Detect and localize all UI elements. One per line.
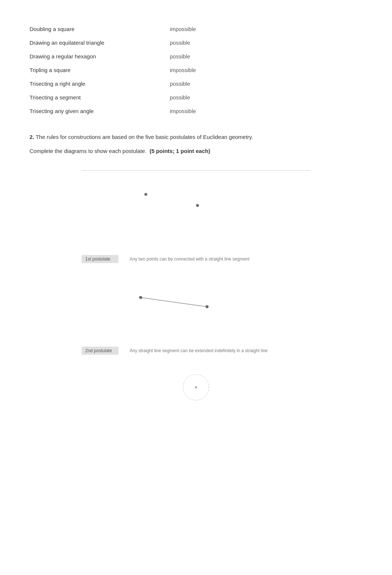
construction-row: Tripling a square impossible — [30, 63, 362, 77]
construction-result: possible — [170, 94, 190, 101]
postulate-1-desc: Any two points can be connected with a s… — [130, 256, 250, 262]
construction-row: Trisecting a right angle possible — [30, 77, 362, 91]
diagram-box-1 — [82, 171, 310, 230]
construction-row: Doubling a square impossible — [30, 22, 362, 36]
postulate-2-label: 2nd postulate — [82, 347, 118, 355]
construction-name: Trisecting a right angle — [30, 81, 170, 87]
circle-center-dot — [195, 386, 197, 388]
svg-line-0 — [141, 297, 207, 307]
construction-name: Doubling a square — [30, 26, 170, 32]
construction-name: Trisecting a segment — [30, 94, 170, 101]
construction-name: Drawing a regular hexagon — [30, 53, 170, 59]
postulate-label-row-1: 1st postulate Any two points can be conn… — [82, 252, 310, 266]
postulate-label-row-2: 2nd postulate Any straight line segment … — [82, 344, 310, 358]
section-2-subtext: Complete the diagrams to show each postu… — [30, 147, 362, 156]
construction-name: Drawing an equilateral triangle — [30, 40, 170, 46]
segment-start-dot — [139, 296, 142, 299]
postulate-2-desc: Any straight line segment can be extende… — [130, 348, 268, 353]
diagram-section-3 — [30, 369, 362, 406]
construction-name: Trisecting any given angle — [30, 108, 170, 114]
circle-svg — [82, 369, 310, 406]
circle-area — [82, 369, 310, 406]
construction-name: Tripling a square — [30, 67, 170, 73]
section-2-main-text: 2. The rules for constructions are based… — [30, 133, 362, 142]
construction-row: Trisecting any given angle impossible — [30, 104, 362, 118]
section-2: 2. The rules for constructions are based… — [30, 133, 362, 156]
construction-result: impossible — [170, 67, 196, 73]
construction-result: impossible — [170, 26, 196, 32]
section-description: The rules for constructions are based on… — [35, 134, 253, 140]
construction-result: possible — [170, 81, 190, 87]
diagram-section-1 — [30, 170, 362, 230]
diagram-section-2 — [30, 277, 362, 321]
segment-diagram — [82, 277, 310, 321]
segment-svg — [82, 277, 310, 321]
construction-result: possible — [170, 53, 190, 59]
construction-row: Drawing an equilateral triangle possible — [30, 36, 362, 50]
construction-result: possible — [170, 40, 190, 46]
point-a — [144, 193, 147, 196]
segment-end-dot — [206, 305, 209, 308]
construction-row: Drawing a regular hexagon possible — [30, 50, 362, 63]
diagrams-area: 1st postulate Any two points can be conn… — [30, 170, 362, 406]
construction-row: Trisecting a segment possible — [30, 91, 362, 104]
postulate-1-label: 1st postulate — [82, 255, 118, 263]
section-points: (5 points; 1 point each) — [149, 148, 210, 154]
point-b — [196, 204, 199, 207]
construction-table: Doubling a square impossible Drawing an … — [30, 22, 362, 118]
section-number: 2. — [30, 134, 34, 140]
construction-result: impossible — [170, 108, 196, 114]
